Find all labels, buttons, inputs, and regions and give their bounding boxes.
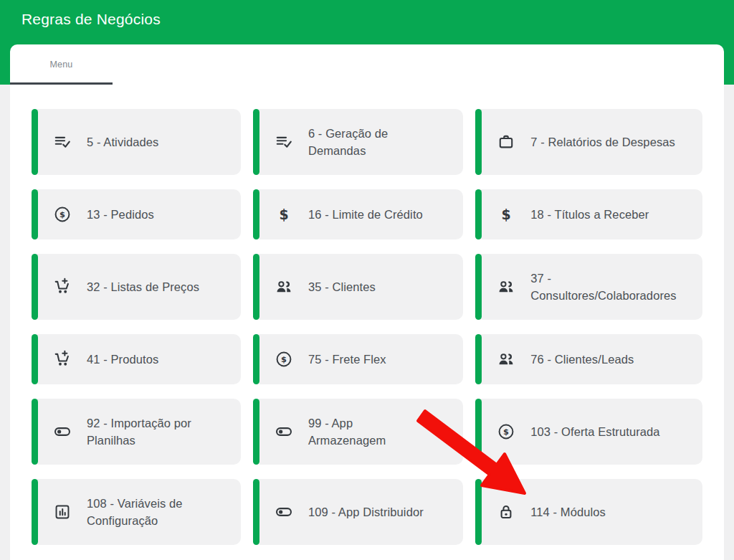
card-label: 13 - Pedidos xyxy=(87,206,154,223)
toggle-icon xyxy=(53,422,72,441)
menu-card-37[interactable]: 37 - Consultores/Colaboradores xyxy=(475,254,702,320)
card-label: 99 - App Armazenagem xyxy=(308,414,386,449)
cart-plus-icon xyxy=(53,350,72,369)
menu-card-5[interactable]: 5 - Atividades xyxy=(32,109,241,175)
card-accent-bar xyxy=(253,254,259,320)
menu-card-35[interactable]: 35 - Clientes xyxy=(253,254,463,320)
menu-card-32[interactable]: 32 - Listas de Preços xyxy=(32,254,241,320)
dollar-circle-icon xyxy=(53,205,72,224)
card-accent-bar xyxy=(32,254,38,320)
card-accent-bar xyxy=(32,189,38,239)
menu-card-108[interactable]: 108 - Variáveis de Configuração xyxy=(32,479,241,545)
toggle-icon xyxy=(275,503,293,521)
menu-card-76[interactable]: 76 - Clientes/Leads xyxy=(475,334,702,384)
card-accent-bar xyxy=(253,189,259,239)
menu-panel: Menu 5 - Atividades 6 - Geração de Deman… xyxy=(10,44,724,560)
card-accent-bar xyxy=(475,479,482,545)
card-label: 109 - App Distribuidor xyxy=(308,503,424,521)
menu-card-7[interactable]: 7 - Relatórios de Despesas xyxy=(475,109,702,175)
dollar-icon xyxy=(275,205,293,224)
card-accent-bar xyxy=(32,399,38,465)
menu-card-41[interactable]: 41 - Produtos xyxy=(32,334,241,384)
card-accent-bar xyxy=(253,109,259,175)
card-label: 114 - Módulos xyxy=(530,503,606,521)
card-label: 103 - Oferta Estruturada xyxy=(530,423,659,440)
card-accent-bar xyxy=(475,189,482,239)
cart-plus-icon xyxy=(53,277,72,296)
card-label: 6 - Geração de Demandas xyxy=(308,125,388,159)
card-accent-bar xyxy=(253,334,259,384)
card-accent-bar xyxy=(32,479,38,545)
card-label: 5 - Atividades xyxy=(87,133,158,151)
card-accent-bar xyxy=(253,399,259,465)
card-label: 35 - Clientes xyxy=(308,278,376,295)
card-label: 32 - Listas de Preços xyxy=(87,278,199,295)
list-check-icon xyxy=(275,133,293,151)
menu-card-92[interactable]: 92 - Importação por Planilhas xyxy=(32,399,241,465)
toggle-icon xyxy=(275,422,293,441)
card-accent-bar xyxy=(253,479,259,545)
card-grid: 5 - Atividades 6 - Geração de Demandas 7… xyxy=(32,109,702,545)
card-accent-bar xyxy=(475,399,482,465)
page-title: Regras de Negócios xyxy=(22,11,161,28)
dollar-icon xyxy=(497,205,515,224)
menu-card-6[interactable]: 6 - Geração de Demandas xyxy=(253,109,463,175)
menu-card-109[interactable]: 109 - App Distribuidor xyxy=(253,479,463,545)
card-label: 7 - Relatórios de Despesas xyxy=(530,133,675,151)
list-check-icon xyxy=(53,133,72,151)
card-label: 75 - Frete Flex xyxy=(308,351,386,368)
active-tab-underline xyxy=(10,82,113,85)
menu-card-103[interactable]: 103 - Oferta Estruturada xyxy=(475,399,702,465)
tab-menu[interactable]: Menu xyxy=(10,44,113,85)
menu-card-99[interactable]: 99 - App Armazenagem xyxy=(253,399,463,465)
tab-menu-label: Menu xyxy=(49,60,72,70)
menu-card-16[interactable]: 16 - Limite de Crédito xyxy=(253,189,463,239)
tab-bar: Menu xyxy=(10,44,724,85)
lock-icon xyxy=(497,503,515,521)
card-accent-bar xyxy=(475,334,482,384)
dollar-circle-icon xyxy=(275,350,293,369)
briefcase-icon xyxy=(497,133,515,151)
menu-card-13[interactable]: 13 - Pedidos xyxy=(32,189,241,239)
people-icon xyxy=(497,277,515,296)
menu-card-18[interactable]: 18 - Títulos a Receber xyxy=(475,189,702,239)
card-accent-bar xyxy=(475,109,482,175)
people-icon xyxy=(497,350,515,369)
bar-chart-icon xyxy=(53,503,72,521)
card-label: 76 - Clientes/Leads xyxy=(530,351,634,368)
menu-content: 5 - Atividades 6 - Geração de Demandas 7… xyxy=(10,85,724,560)
card-label: 16 - Limite de Crédito xyxy=(308,206,423,223)
card-label: 92 - Importação por Planilhas xyxy=(87,414,191,449)
card-label: 18 - Títulos a Receber xyxy=(530,206,649,223)
menu-card-114[interactable]: 114 - Módulos xyxy=(475,479,702,545)
card-accent-bar xyxy=(475,254,482,320)
menu-card-75[interactable]: 75 - Frete Flex xyxy=(253,334,463,384)
card-accent-bar xyxy=(32,109,38,175)
card-accent-bar xyxy=(32,334,38,384)
dollar-circle-icon xyxy=(497,422,515,441)
card-label: 41 - Produtos xyxy=(87,351,158,368)
card-label: 108 - Variáveis de Configuração xyxy=(87,495,183,529)
card-label: 37 - Consultores/Colaboradores xyxy=(530,270,676,304)
people-icon xyxy=(275,277,293,296)
